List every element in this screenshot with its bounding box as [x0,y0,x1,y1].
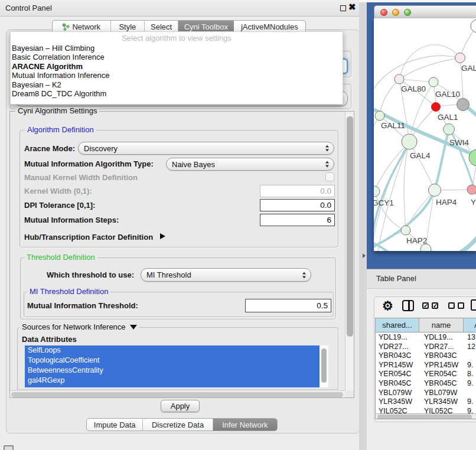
combo-arrows-icon [302,272,306,278]
algorithm-popup: Select algorithm to view settings Bayesi… [10,31,343,105]
popup-item[interactable]: Basic Correlation Inference [11,53,343,61]
list-item[interactable]: TopologicalCoefficient [25,356,319,366]
table-row[interactable]: YDL19...YDL19...13 [376,333,476,343]
table-row[interactable]: YBR043CYBR043C [376,351,476,361]
float-icon[interactable] [340,5,346,11]
tab-discretize-data-label: Discretize Data [152,420,204,429]
settings-vscrollbar[interactable] [345,112,354,390]
table-cell: YER054C [424,370,457,379]
tab-infer-network[interactable]: Infer Network [213,419,277,431]
sources-collapse-arrow-icon[interactable] [130,325,137,330]
cytopanel-corner-button[interactable] [4,445,14,450]
node-label: HAP2 [406,236,427,245]
sources-title[interactable]: Sources for Network Inference [19,323,139,331]
table-row[interactable]: YPR145WYPR145W9. [376,361,476,370]
list-item[interactable]: SelfLoops [25,345,319,356]
dpi-tolerance-label: DPI Tolerance [0,1]: [24,201,95,210]
mi-threshold-label: Mutual Information Threshold: [27,301,138,311]
checked-box-icon[interactable]: ✓ [422,302,429,309]
manual-kernel-checkbox[interactable] [325,172,334,181]
list-scrollbar[interactable] [319,345,328,387]
unchecked-box-icon[interactable] [448,302,455,309]
table-cell: YDL19... [424,333,453,343]
checked-box-icon[interactable]: ✓ [432,302,438,309]
tab-discretize-data[interactable]: Discretize Data [143,419,213,431]
table-cell: 9. [467,407,473,413]
table-cell: YLR345W [379,397,412,407]
table-cell: 9. [467,397,473,407]
table-row[interactable]: YBR045CYBR045C9. [376,379,476,389]
minimize-traffic-light[interactable] [392,9,399,16]
table-cell: YBR043C [424,351,457,361]
mi-steps-field[interactable]: 6 [260,214,335,226]
popup-item-selected[interactable]: ARACNE Algorithm [11,62,343,71]
close-icon[interactable]: ✖ [348,2,356,12]
popup-item[interactable]: Bayesian – K2 [11,80,343,89]
popup-item[interactable]: Mutual Information Inference [11,71,343,80]
popup-header: Select algorithm to view settings [11,32,343,44]
mi-type-value: Naive Bayes [172,160,215,169]
table-cell: 9. [467,361,473,370]
table-row[interactable]: YBL079WYBL079W [376,389,476,398]
dpi-tolerance-field[interactable]: 0.0 [260,199,335,211]
column-header-label: A [464,321,476,330]
node-label: GAL4 [410,151,431,160]
divider-arrow-icon[interactable] [363,253,366,258]
table-row[interactable]: YLR345WYLR345W9. [376,397,476,407]
mi-steps-label: Mutual Information Steps: [24,216,119,225]
table-row[interactable]: YDR27...YDR27...12 [376,343,476,352]
tab-style-label: Style [119,22,136,31]
table-cell: 13 [467,333,475,343]
panel-divider[interactable] [359,2,367,450]
table-row[interactable]: YER054CYER054C8. [376,370,476,379]
aracne-mode-combo[interactable]: Discovery [78,142,334,155]
table-row[interactable]: YIL052CYIL052C9. [376,407,476,413]
table-cell: YBL079W [424,389,457,398]
table-cell: YER054C [379,370,412,379]
network-canvas[interactable]: GAL2 GAL80 GAL10 GAL1 GAL11 SWI4 GAL4 GC… [374,18,476,251]
control-panel-titlebar: Control Panel ✖ [0,0,359,17]
settings-vscrollbar-thumb[interactable] [347,116,353,337]
popup-item[interactable]: Bayesian – Hill Climbing [11,44,343,53]
bottom-tabs: Impute Data Discretize Data Infer Networ… [86,418,278,431]
algorithm-definition-title: Algorithm Definition [25,126,96,134]
list-scrollbar-thumb[interactable] [321,348,327,383]
combo-arrows-icon [325,161,329,168]
popup-item[interactable]: Dream8 DC_TDC Algorithm [11,89,343,98]
document-icon[interactable] [471,299,476,311]
zoom-traffic-light[interactable] [404,9,411,16]
data-attributes-list[interactable]: SelfLoops TopologicalCoefficient Between… [25,345,319,387]
column-header-partial[interactable]: A [464,318,476,332]
list-item[interactable]: BetweennessCentrality [25,366,319,376]
settings-hscrollbar[interactable] [10,390,345,397]
threshold-definition-title: Threshold Definition [24,253,97,262]
table-panel-title: Table Panel [376,274,416,283]
aracne-mode-label: Aracne Mode: [24,144,75,154]
table-cell: YBL079W [379,389,412,398]
node-table: shared... name A YDL19...YDL19...13YDR27… [375,318,476,419]
table-hscrollbar[interactable] [376,413,476,419]
hub-expand-arrow-icon[interactable] [160,233,165,239]
settings-hscrollbar-thumb[interactable] [11,392,343,397]
hub-definition-label[interactable]: Hub/Transcription Factor Definition [24,233,153,242]
unchecked-box-icon[interactable] [458,302,464,309]
network-window-titlebar[interactable] [374,5,476,18]
table-hscrollbar-thumb[interactable] [377,415,472,419]
column-header-shared-name[interactable]: shared... [376,318,419,332]
apply-button[interactable]: Apply [161,400,200,412]
table-body: YDL19...YDL19...13YDR27...YDR27...12YBR0… [376,333,476,413]
column-header-label: shared... [382,321,412,330]
kernel-width-field[interactable]: 0.0 [260,185,335,197]
table-cell: YDR27... [424,343,454,352]
list-item[interactable]: gal4RGexp [25,376,319,386]
mi-threshold-field[interactable]: 0.5 [245,299,331,312]
mi-type-combo[interactable]: Naive Bayes [166,158,334,171]
column-header-name[interactable]: name [419,318,464,332]
table-cell: 8. [467,370,473,379]
which-threshold-combo[interactable]: MI Threshold [141,268,311,282]
split-view-icon[interactable] [402,300,414,311]
close-traffic-light[interactable] [380,9,387,16]
gear-icon[interactable]: ⚙ [382,300,393,312]
node-label: HAP4 [436,198,457,207]
tab-impute-data[interactable]: Impute Data [87,419,143,431]
